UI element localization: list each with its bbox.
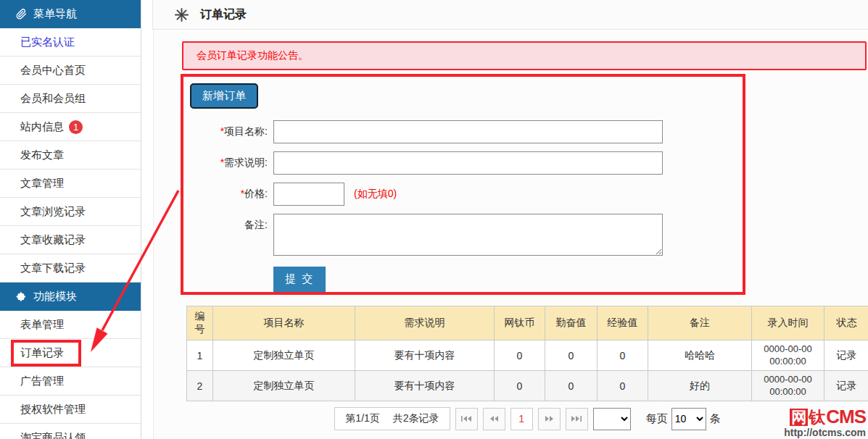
snowflake-icon — [175, 8, 189, 22]
first-page-button[interactable] — [455, 408, 478, 430]
announcement-banner: 会员订单记录功能公告。 — [182, 41, 867, 70]
sidebar-item-14[interactable]: 授权软件管理 — [0, 396, 141, 424]
sidebar-item-6[interactable]: 文章管理 — [0, 170, 141, 198]
table-cell: 0000-00-00 00:00:00 — [752, 340, 824, 371]
column-header: 编号 — [187, 306, 213, 340]
required-mark: * — [241, 188, 244, 199]
field-hint: (如无填0) — [354, 188, 397, 201]
sidebar-section-header[interactable]: 功能模块 — [0, 283, 141, 311]
field-input-2[interactable] — [273, 183, 344, 206]
table-cell: 定制独立单页 — [213, 340, 355, 371]
add-order-button[interactable]: 新增订单 — [190, 83, 258, 109]
sidebar-item-13[interactable]: 广告管理 — [0, 367, 141, 396]
orders-table: 编号项目名称需求说明网钛币勤奋值经验值备注录入时间状态 1定制独立单页要有十项内… — [186, 306, 868, 401]
page-size-control: 每页 10 条 — [646, 408, 721, 430]
sidebar-section-label: 功能模块 — [33, 290, 77, 304]
sidebar-section-header[interactable]: 菜单导航 — [0, 0, 141, 28]
orders-table-body: 1定制独立单页要有十项内容000哈哈哈0000-00-00 00:00:00记录… — [187, 340, 868, 401]
sidebar-item-5[interactable]: 发布文章 — [0, 141, 141, 170]
sidebar-item-label: 授权软件管理 — [20, 403, 86, 417]
form-row-0: *项目名称: — [188, 120, 743, 143]
first-page-icon — [460, 415, 472, 422]
sidebar-item-3[interactable]: 会员和会员组 — [0, 85, 141, 113]
table-cell: 2 — [187, 371, 213, 401]
sidebar-item-9[interactable]: 文章下载记录 — [0, 254, 141, 283]
table-cell: 0 — [495, 340, 545, 371]
form-fields: *项目名称:*需求说明:*价格:(如无填0)备注: — [188, 120, 743, 256]
sidebar-item-11[interactable]: 表单管理 — [0, 311, 141, 339]
table-cell: 哈哈哈 — [648, 340, 752, 371]
required-mark: * — [220, 125, 224, 137]
column-header: 勤奋值 — [545, 306, 598, 340]
field-label: *项目名称: — [188, 125, 268, 138]
next-page-icon — [545, 415, 554, 422]
sidebar-item-15[interactable]: 淘宝商品认领 — [0, 424, 141, 439]
prev-page-button[interactable] — [483, 408, 505, 430]
brand-logo-char1: 网 — [790, 409, 808, 426]
field-label: *需求说明: — [188, 156, 268, 170]
page-count-text: 第1/1页 — [345, 412, 379, 425]
table-cell: 0 — [545, 340, 598, 371]
sidebar-item-label: 文章收藏记录 — [20, 233, 86, 247]
sidebar-item-7[interactable]: 文章浏览记录 — [0, 198, 141, 226]
sidebar-item-label: 会员和会员组 — [20, 92, 86, 106]
page-title: 订单记录 — [200, 7, 247, 22]
sidebar-item-1[interactable]: 已实名认证 — [0, 28, 141, 57]
next-page-button[interactable] — [538, 408, 561, 430]
form-row-3: 备注: — [188, 214, 743, 256]
pagination-info: 第1/1页 共2条记录 — [334, 407, 450, 430]
field-label: 备注: — [188, 214, 268, 232]
brand-logo-en: CMS — [826, 407, 866, 427]
sidebar: 菜单导航已实名认证会员中心首页会员和会员组站内信息1发布文章文章管理文章浏览记录… — [0, 0, 141, 439]
table-row: 1定制独立单页要有十项内容000哈哈哈0000-00-00 00:00:00记录 — [187, 340, 868, 371]
puzzle-icon — [16, 291, 27, 302]
field-input-0[interactable] — [273, 120, 663, 143]
form-row-1: *需求说明: — [188, 151, 743, 175]
column-header: 经验值 — [598, 306, 648, 340]
required-mark: * — [220, 156, 224, 168]
sidebar-item-8[interactable]: 文章收藏记录 — [0, 226, 141, 254]
submit-button[interactable]: 提 交 — [273, 267, 326, 292]
sidebar-item-4[interactable]: 站内信息1 — [0, 113, 141, 141]
otcms-watermark: 网 钛 CMS http://otcms.com — [784, 407, 866, 438]
new-order-form: 新增订单 *项目名称:*需求说明:*价格:(如无填0)备注: 提 交 — [181, 74, 745, 295]
content-header: 订单记录 — [152, 0, 868, 30]
sidebar-item-label: 会员中心首页 — [20, 64, 86, 78]
table-cell: 好的 — [648, 371, 752, 401]
table-cell[interactable]: 记录 — [824, 340, 868, 371]
sidebar-item-label: 站内信息 — [20, 120, 64, 134]
page-jump-select[interactable] — [593, 408, 631, 430]
sidebar-entries: 菜单导航已实名认证会员中心首页会员和会员组站内信息1发布文章文章管理文章浏览记录… — [0, 0, 141, 439]
last-page-button[interactable] — [566, 408, 588, 430]
main-content: 会员订单记录功能公告。 新增订单 *项目名称:*需求说明:*价格:(如无填0)备… — [153, 30, 868, 439]
table-cell: 0 — [545, 371, 598, 401]
table-row: 2定制独立单页要有十项内容000好的0000-00-00 00:00:00记录 — [187, 371, 868, 401]
column-header: 网钛币 — [495, 306, 545, 340]
table-cell: 0 — [495, 371, 545, 401]
per-page-label: 每页 — [646, 412, 668, 426]
field-input-1[interactable] — [273, 151, 663, 175]
current-page-button[interactable]: 1 — [511, 408, 533, 430]
table-cell[interactable]: 记录 — [824, 371, 868, 401]
memo-textarea[interactable] — [273, 214, 663, 256]
column-header: 项目名称 — [213, 306, 355, 340]
table-cell: 要有十项内容 — [355, 371, 495, 401]
page-size-select[interactable]: 10 — [671, 408, 706, 430]
sidebar-item-label: 淘宝商品认领 — [20, 431, 86, 439]
sidebar-section-label: 菜单导航 — [33, 7, 77, 21]
announcement-text: 会员订单记录功能公告。 — [197, 49, 308, 62]
sidebar-item-label: 订单记录 — [20, 346, 64, 360]
sidebar-item-label: 已实名认证 — [20, 35, 75, 49]
column-header: 状态 — [824, 306, 868, 340]
field-label: *价格: — [188, 188, 268, 201]
sidebar-item-label: 广告管理 — [20, 375, 64, 388]
sidebar-item-2[interactable]: 会员中心首页 — [0, 57, 141, 85]
last-page-icon — [571, 415, 582, 422]
sidebar-item-12[interactable]: 订单记录 — [0, 339, 141, 367]
sidebar-item-label: 表单管理 — [20, 318, 64, 332]
sidebar-item-label: 文章浏览记录 — [20, 205, 86, 219]
brand-url: http://otcms.com — [784, 427, 866, 438]
sidebar-item-label: 文章管理 — [20, 177, 64, 191]
table-cell: 1 — [187, 340, 213, 371]
column-header: 录入时间 — [752, 306, 824, 340]
